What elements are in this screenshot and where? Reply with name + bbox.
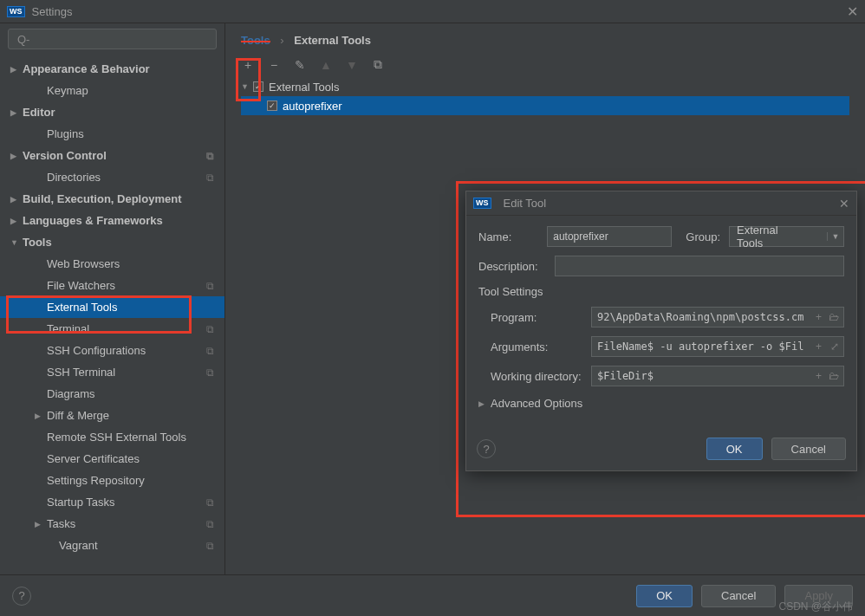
project-scope-icon: ⧉ [206,172,214,184]
chevron-down-icon: ▼ [10,238,23,247]
sidebar-item[interactable]: Diagrams [0,383,224,405]
window-title: Settings [32,5,73,18]
down-button[interactable]: ▼ [345,58,359,72]
tool-settings-section: Tool Settings [478,285,844,298]
sidebar-item-label: Remote SSH External Tools [47,431,186,444]
edit-tool-dialog: WS Edit Tool ✕ Name: Group: External Too… [465,191,857,471]
sidebar-item[interactable]: Directories⧉ [0,166,224,188]
breadcrumb: Tools › External Tools [225,23,865,50]
copy-button[interactable]: ⧉ [371,57,385,72]
sidebar-item-label: Plugins [47,127,84,140]
sidebar-item[interactable]: ▶Build, Execution, Deployment [0,188,224,210]
tool-item-label: autoprefixer [283,100,342,113]
tool-tree: ▼ External Tools autoprefixer [241,77,849,115]
sidebar-item[interactable]: ▶Languages & Frameworks [0,210,224,231]
sidebar-item-label: Directories [47,171,101,184]
group-value: External Tools [730,224,827,250]
edit-button[interactable]: ✎ [293,58,307,72]
arguments-field[interactable] [591,336,844,357]
sidebar-item-label: Version Control [23,149,107,162]
group-checkbox[interactable] [253,81,263,92]
cancel-button[interactable]: Cancel [701,585,776,607]
chevron-right-icon: ▶ [10,195,23,204]
sidebar-item-label: Diagrams [47,387,95,400]
ok-button[interactable]: OK [636,585,693,607]
chevron-down-icon: ▼ [827,232,843,241]
sidebar-item[interactable]: Remote SSH External Tools [0,426,224,448]
breadcrumb-leaf: External Tools [294,34,371,47]
sidebar-item[interactable]: ▼Tools [0,231,224,253]
sidebar-item[interactable]: Plugins [0,123,224,145]
program-field[interactable] [591,307,844,327]
sidebar-item[interactable]: File Watchers⧉ [0,275,224,296]
description-field[interactable] [555,256,844,276]
sidebar-item-label: Build, Execution, Deployment [23,192,181,205]
tool-group-label: External Tools [269,81,339,94]
sidebar-item-label: Web Browsers [47,257,120,270]
help-button[interactable]: ? [477,439,496,458]
search-input[interactable]: Q- [8,29,217,49]
sidebar-item[interactable]: Web Browsers [0,253,224,275]
chevron-right-icon: ▶ [35,412,47,420]
insert-macro-icon[interactable]: + [816,340,822,353]
breadcrumb-sep: › [280,34,283,47]
sidebar-item[interactable]: Terminal⧉ [0,318,224,340]
chevron-down-icon: ▼ [241,82,253,91]
help-button[interactable]: ? [12,587,31,606]
project-scope-icon: ⧉ [206,540,214,552]
titlebar: WS Settings ✕ [0,0,865,23]
sidebar-item[interactable]: Vagrant⧉ [0,535,224,556]
sidebar-item[interactable]: External Tools [0,296,224,318]
sidebar-item[interactable]: Settings Repository [0,470,224,491]
expand-icon[interactable]: ⤢ [830,340,839,353]
add-button[interactable]: + [241,58,255,72]
sidebar-item[interactable]: SSH Configurations⧉ [0,340,224,361]
sidebar-item[interactable]: ▶Editor [0,101,224,123]
remove-button[interactable]: − [267,58,281,72]
insert-macro-icon[interactable]: + [816,311,822,323]
tool-group-row[interactable]: ▼ External Tools [241,77,849,96]
sidebar-item[interactable]: ▶Version Control⧉ [0,145,224,166]
sidebar-item[interactable]: Startup Tasks⧉ [0,491,224,513]
sidebar-item-label: Editor [23,106,55,119]
dialog-title: Edit Tool [504,197,547,210]
sidebar-item[interactable]: ▶Diff & Merge [0,405,224,426]
tool-checkbox[interactable] [267,101,277,111]
sidebar-item-label: Terminal [47,322,89,335]
project-scope-icon: ⧉ [206,345,214,357]
sidebar-item[interactable]: Keymap [0,80,224,101]
close-icon[interactable]: ✕ [847,3,858,20]
name-field[interactable] [547,226,672,247]
workdir-field[interactable] [591,366,844,386]
chevron-right-icon: ▶ [10,108,23,117]
sidebar-item-label: Languages & Frameworks [23,214,163,227]
chevron-right-icon: ▶ [10,152,23,160]
panel: Tools › External Tools + − ✎ ▲ ▼ ⧉ ▼ Ext… [225,23,865,574]
browse-icon[interactable]: 🗁 [829,370,839,382]
project-scope-icon: ⧉ [206,280,214,292]
insert-macro-icon[interactable]: + [816,370,822,382]
breadcrumb-root[interactable]: Tools [241,34,270,47]
sidebar-item[interactable]: ▶Appearance & Behavior [0,58,224,80]
group-select[interactable]: External Tools ▼ [729,226,844,247]
up-button[interactable]: ▲ [319,58,333,72]
tool-item-row[interactable]: autoprefixer [241,96,849,115]
sidebar-item-label: Appearance & Behavior [23,62,150,75]
advanced-options[interactable]: ▶ Advanced Options [478,397,844,410]
sidebar-item[interactable]: SSH Terminal⧉ [0,361,224,383]
highlight-box-dialog: WS Edit Tool ✕ Name: Group: External Too… [456,181,865,517]
sidebar-item-label: SSH Configurations [47,344,146,357]
sidebar-item[interactable]: Server Certificates [0,448,224,470]
project-scope-icon: ⧉ [206,150,214,162]
dialog-titlebar: WS Edit Tool ✕ [466,191,856,216]
watermark: CSDN @谷小伟 [778,600,853,614]
sidebar-item[interactable]: ▶Tasks⧉ [0,513,224,535]
cancel-button[interactable]: Cancel [771,438,846,460]
browse-icon[interactable]: 🗁 [829,311,839,323]
group-label: Group: [686,230,720,243]
app-icon: WS [473,198,491,209]
dialog-close-icon[interactable]: ✕ [839,197,849,211]
project-scope-icon: ⧉ [206,366,214,379]
description-label: Description: [478,260,555,273]
ok-button[interactable]: OK [706,438,763,460]
